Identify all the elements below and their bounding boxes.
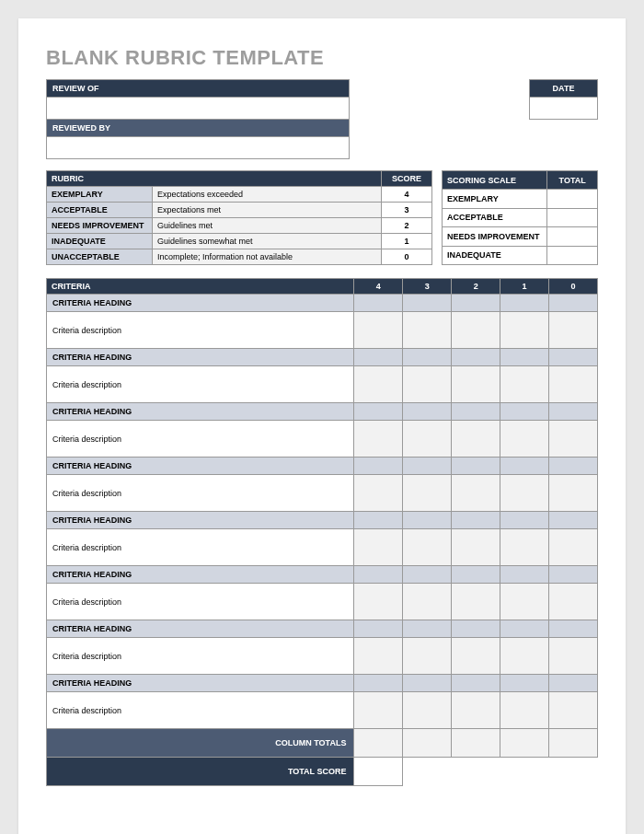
scale-total[interactable]: [547, 208, 598, 226]
criteria-score-cell[interactable]: [354, 692, 403, 729]
criteria-score-cell[interactable]: [403, 529, 452, 566]
criteria-score-cell[interactable]: [354, 421, 403, 458]
scoring-scale-table: SCORING SCALE TOTAL EXEMPLARYACCEPTABLEN…: [442, 170, 598, 265]
scale-total[interactable]: [547, 246, 598, 264]
criteria-heading: CRITERIA HEADING: [47, 620, 354, 638]
criteria-score-cell[interactable]: [452, 529, 500, 566]
criteria-score-cell[interactable]: [549, 312, 598, 349]
criteria-description: Criteria description: [47, 692, 354, 729]
criteria-heading-cell: [452, 675, 500, 692]
date-field[interactable]: [529, 98, 598, 120]
rubric-level: ACCEPTABLE: [47, 203, 153, 218]
criteria-score-cell[interactable]: [452, 421, 500, 458]
rubric-score: 4: [382, 187, 432, 203]
rubric-desc: Guidelines somewhat met: [153, 234, 382, 249]
scale-total[interactable]: [547, 190, 598, 208]
criteria-heading-cell: [403, 675, 452, 692]
criteria-score-cell[interactable]: [549, 584, 598, 620]
criteria-score-cell[interactable]: [500, 366, 549, 403]
rubric-score: 3: [382, 203, 432, 218]
criteria-score-cell[interactable]: [452, 638, 500, 675]
criteria-score-cell[interactable]: [500, 312, 549, 349]
header-row: REVIEW OF REVIEWED BY DATE: [46, 79, 598, 159]
criteria-score-cell[interactable]: [403, 475, 452, 512]
criteria-score-cell[interactable]: [549, 638, 598, 675]
criteria-heading-cell: [500, 620, 549, 638]
rubric-desc: Expectations exceeded: [153, 187, 382, 203]
criteria-heading: CRITERIA HEADING: [47, 295, 354, 312]
criteria-description: Criteria description: [47, 529, 354, 566]
criteria-score-cell[interactable]: [452, 366, 500, 403]
column-total-cell[interactable]: [549, 729, 598, 758]
criteria-heading-cell: [452, 403, 500, 421]
criteria-header: CRITERIA: [47, 279, 354, 295]
criteria-heading-cell: [549, 458, 598, 475]
criteria-score-cell[interactable]: [354, 584, 403, 620]
criteria-score-cell[interactable]: [452, 692, 500, 729]
criteria-score-cell[interactable]: [500, 638, 549, 675]
criteria-heading-cell: [452, 458, 500, 475]
criteria-score-cell[interactable]: [403, 584, 452, 620]
criteria-heading: CRITERIA HEADING: [47, 566, 354, 584]
column-total-cell[interactable]: [500, 729, 549, 758]
criteria-score-cell[interactable]: [354, 529, 403, 566]
criteria-heading-cell: [500, 566, 549, 584]
column-total-cell[interactable]: [452, 729, 500, 758]
rubric-level: NEEDS IMPROVEMENT: [47, 218, 153, 234]
criteria-score-cell[interactable]: [500, 475, 549, 512]
criteria-score-cell[interactable]: [549, 475, 598, 512]
criteria-heading-cell: [500, 458, 549, 475]
page-title: BLANK RUBRIC TEMPLATE: [46, 46, 598, 70]
criteria-score-cell[interactable]: [549, 529, 598, 566]
criteria-heading: CRITERIA HEADING: [47, 512, 354, 529]
criteria-heading-cell: [500, 295, 549, 312]
criteria-score-cell[interactable]: [549, 692, 598, 729]
criteria-score-cell[interactable]: [500, 584, 549, 620]
scale-total[interactable]: [547, 227, 598, 246]
column-total-cell[interactable]: [403, 729, 452, 758]
criteria-score-cell[interactable]: [354, 638, 403, 675]
criteria-heading-cell: [452, 295, 500, 312]
criteria-description: Criteria description: [47, 638, 354, 675]
rubric-score: 0: [382, 249, 432, 265]
criteria-heading-cell: [452, 349, 500, 366]
review-of-field[interactable]: [46, 98, 350, 120]
criteria-score-cell[interactable]: [403, 692, 452, 729]
criteria-score-cell[interactable]: [403, 312, 452, 349]
rubric-level: UNACCEPTABLE: [47, 249, 153, 265]
criteria-score-cell[interactable]: [452, 584, 500, 620]
criteria-score-cell[interactable]: [452, 475, 500, 512]
criteria-score-cell[interactable]: [500, 529, 549, 566]
criteria-score-cell[interactable]: [452, 312, 500, 349]
rubric-level: EXEMPLARY: [47, 187, 153, 203]
criteria-score-cell[interactable]: [354, 312, 403, 349]
criteria-heading-cell: [549, 620, 598, 638]
criteria-heading-cell: [549, 403, 598, 421]
criteria-heading-cell: [549, 566, 598, 584]
criteria-score-cell[interactable]: [549, 421, 598, 458]
criteria-score-cell[interactable]: [500, 421, 549, 458]
criteria-heading-cell: [500, 349, 549, 366]
rubric-level: INADEQUATE: [47, 234, 153, 249]
criteria-heading-cell: [549, 295, 598, 312]
criteria-description: Criteria description: [47, 312, 354, 349]
criteria-score-cell[interactable]: [354, 475, 403, 512]
reviewed-by-field[interactable]: [46, 137, 350, 159]
reviewed-by-label: REVIEWED BY: [46, 120, 350, 137]
criteria-heading-cell: [354, 458, 403, 475]
criteria-heading-cell: [354, 675, 403, 692]
rubric-score: 1: [382, 234, 432, 249]
criteria-score-cell[interactable]: [403, 366, 452, 403]
total-score-cell[interactable]: [354, 758, 403, 786]
criteria-score-cell[interactable]: [403, 421, 452, 458]
criteria-score-cell[interactable]: [500, 692, 549, 729]
criteria-heading-cell: [354, 349, 403, 366]
criteria-description: Criteria description: [47, 475, 354, 512]
criteria-score-cell[interactable]: [549, 366, 598, 403]
criteria-score-cell[interactable]: [354, 366, 403, 403]
criteria-heading-cell: [452, 512, 500, 529]
column-total-cell[interactable]: [354, 729, 403, 758]
scale-level: ACCEPTABLE: [443, 208, 547, 226]
criteria-col-header: 4: [354, 279, 403, 295]
criteria-score-cell[interactable]: [403, 638, 452, 675]
